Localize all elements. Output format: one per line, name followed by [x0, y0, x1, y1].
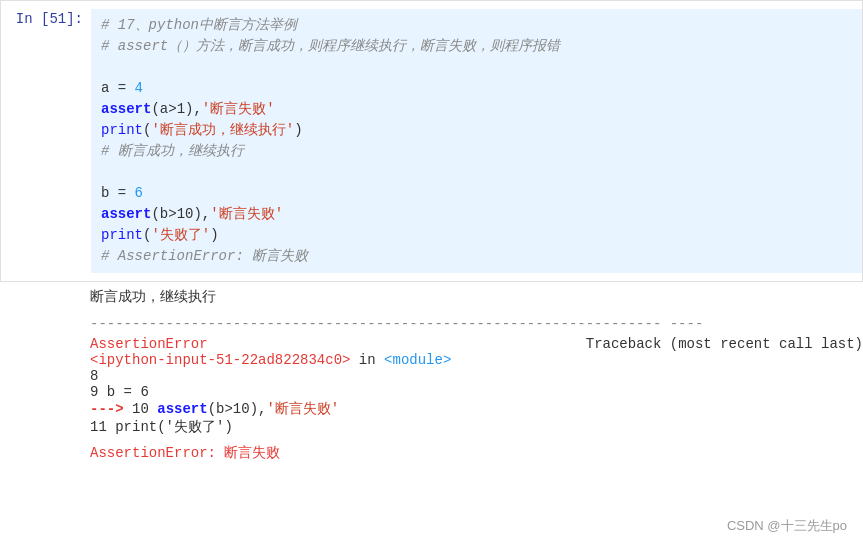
in-text: in: [359, 352, 384, 368]
cell-input: # 17、python中断言方法举例# assert（）方法，断言成功，则程序继…: [91, 9, 862, 273]
traceback-header: AssertionError Traceback (most recent ca…: [90, 336, 863, 352]
error-link-line: <ipython-input-51-22ad822834c0> in <modu…: [90, 352, 863, 368]
traceback-label: Traceback (most recent call last): [586, 336, 863, 352]
cell-label: In [51]:: [1, 9, 91, 273]
error-name: AssertionError: [90, 336, 208, 352]
watermark: CSDN @十三先生po: [727, 517, 847, 535]
output-area: 断言成功，继续执行 ------------------------------…: [0, 282, 863, 466]
traceback-lines: 8 9 b = 6---> 10 assert(b>10),'断言失败' 11 …: [90, 368, 863, 436]
module-text: <module>: [384, 352, 451, 368]
error-link: <ipython-input-51-22ad822834c0>: [90, 352, 350, 368]
final-error-line: AssertionError: 断言失败: [90, 444, 863, 462]
notebook-cell: In [51]: # 17、python中断言方法举例# assert（）方法，…: [0, 0, 863, 282]
error-block: AssertionError Traceback (most recent ca…: [0, 332, 863, 466]
separator: ----------------------------------------…: [0, 312, 863, 332]
code-content: # 17、python中断言方法举例# assert（）方法，断言成功，则程序继…: [101, 15, 852, 267]
final-error: AssertionError: 断言失败: [90, 445, 280, 461]
plain-output: 断言成功，继续执行: [0, 282, 863, 312]
